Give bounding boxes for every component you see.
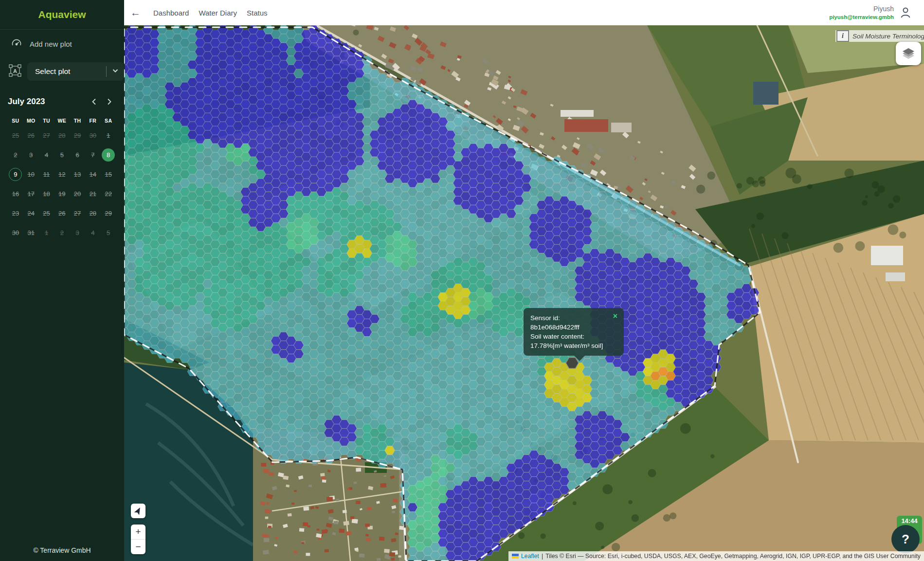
app-logo: Aquaview — [38, 9, 86, 20]
navigation-arrow-icon — [133, 506, 144, 516]
top-navigation-bar: ← Dashboard Water Diary Status Piyush pi… — [124, 0, 924, 25]
user-info: Piyush piyush@terraview.gmbh — [829, 4, 894, 20]
gauge-icon — [11, 37, 22, 51]
calendar-prev-button[interactable] — [87, 95, 102, 108]
calendar-day[interactable]: 17 — [23, 184, 39, 203]
locate-button[interactable] — [131, 504, 145, 518]
calendar-next-button[interactable] — [102, 95, 116, 108]
calendar-day[interactable]: 11 — [39, 164, 54, 184]
chevron-down-icon — [111, 67, 119, 76]
soil-moisture-hex-map[interactable] — [124, 25, 924, 561]
calendar-day[interactable]: 6 — [70, 145, 85, 164]
calendar-weekday: MO — [23, 118, 39, 124]
select-plot-label: Select plot — [35, 67, 106, 76]
soil-moisture-terminology-button[interactable]: i Soil Moisture Terminology — [835, 30, 924, 42]
attribution-separator: | — [542, 553, 543, 560]
tooltip-water-content-label: Soil water content: — [530, 332, 617, 341]
sidebar-footer: © Terraview GmbH — [0, 546, 124, 561]
tooltip-close-icon[interactable]: × — [613, 313, 617, 320]
calendar-day[interactable]: 7 — [85, 145, 101, 164]
calendar-day[interactable]: 31 — [23, 223, 39, 242]
zoom-in-button[interactable]: + — [131, 525, 145, 540]
add-new-plot-label: Add new plot — [30, 40, 72, 48]
map-attribution: Leaflet | Tiles © Esri — Source: Esri, i… — [508, 551, 924, 561]
calendar-day[interactable]: 20 — [70, 184, 85, 203]
tooltip-sensor-id-value: 8b1e068d9422fff — [530, 323, 617, 332]
calendar-day[interactable]: 16 — [8, 184, 23, 203]
calendar: July 2023 SUMOTUWETHFRSA 252627282930123… — [8, 95, 116, 242]
calendar-day[interactable]: 29 — [70, 126, 85, 145]
calendar-day[interactable]: 29 — [101, 203, 116, 223]
calendar-day[interactable]: 13 — [70, 164, 85, 184]
calendar-day[interactable]: 4 — [85, 223, 101, 242]
calendar-day[interactable]: 28 — [54, 126, 70, 145]
calendar-day[interactable]: 26 — [54, 203, 70, 223]
zoom-out-button[interactable]: − — [131, 540, 145, 554]
calendar-day[interactable]: 5 — [101, 223, 116, 242]
calendar-day[interactable]: 26 — [23, 126, 39, 145]
calendar-day[interactable]: 19 — [54, 184, 70, 203]
calendar-day[interactable]: 4 — [39, 145, 54, 164]
sidebar: Aquaview Add new plot A Select plot — [0, 0, 124, 561]
calendar-weekday-header: SUMOTUWETHFRSA — [8, 118, 116, 124]
calendar-day[interactable]: 25 — [8, 126, 23, 145]
calendar-day[interactable]: 12 — [54, 164, 70, 184]
layers-control[interactable] — [896, 42, 921, 65]
calendar-day[interactable]: 25 — [39, 203, 54, 223]
info-icon: i — [836, 30, 849, 42]
calendar-weekday: TH — [70, 118, 85, 124]
calendar-day[interactable]: 1 — [101, 126, 116, 145]
dropdown-divider — [106, 66, 107, 77]
calendar-day[interactable]: 21 — [85, 184, 101, 203]
help-button[interactable]: ? — [891, 525, 920, 553]
leaflet-link[interactable]: Leaflet — [521, 553, 539, 560]
tooltip-sensor-id-label: Sensor id: — [530, 313, 617, 323]
terminology-label: Soil Moisture Terminology — [852, 33, 924, 40]
layers-icon — [901, 46, 916, 61]
calendar-day-grid: 2526272829301234567891011121314151617181… — [8, 126, 116, 242]
nav-status[interactable]: Status — [247, 9, 268, 17]
calendar-day[interactable]: 3 — [70, 223, 85, 242]
sensor-tooltip: × Sensor id: 8b1e068d9422fff Soil water … — [524, 308, 624, 356]
calendar-day[interactable]: 30 — [8, 223, 23, 242]
add-new-plot-button[interactable]: Add new plot — [11, 37, 124, 51]
user-email: piyush@terraview.gmbh — [829, 14, 894, 21]
calendar-day[interactable]: 8 — [101, 145, 116, 164]
attribution-tiles-text: Tiles © Esri — Source: Esri, i-cubed, US… — [545, 553, 921, 560]
svg-text:A: A — [13, 68, 17, 74]
calendar-day[interactable]: 2 — [8, 145, 23, 164]
calendar-weekday: TU — [39, 118, 54, 124]
user-name: Piyush — [829, 4, 894, 13]
calendar-day[interactable]: 24 — [23, 203, 39, 223]
map-viewport[interactable]: i Soil Moisture Terminology × Sensor id:… — [124, 25, 924, 561]
calendar-day[interactable]: 23 — [8, 203, 23, 223]
calendar-day[interactable]: 5 — [54, 145, 70, 164]
tooltip-pointer — [574, 356, 585, 361]
calendar-day[interactable]: 2 — [54, 223, 70, 242]
user-profile-icon[interactable] — [899, 6, 912, 19]
main-area: ← Dashboard Water Diary Status Piyush pi… — [124, 0, 924, 561]
calendar-weekday: WE — [54, 118, 70, 124]
calendar-month-title: July 2023 — [8, 97, 87, 107]
calendar-day[interactable]: 1 — [39, 223, 54, 242]
calendar-day[interactable]: 30 — [85, 126, 101, 145]
calendar-day[interactable]: 15 — [101, 164, 116, 184]
nav-dashboard[interactable]: Dashboard — [153, 9, 189, 17]
calendar-day[interactable]: 27 — [70, 203, 85, 223]
calendar-weekday: SA — [101, 118, 116, 124]
zoom-control: + − — [131, 525, 145, 554]
calendar-day[interactable]: 9 — [8, 164, 23, 184]
calendar-day[interactable]: 22 — [101, 184, 116, 203]
calendar-day[interactable]: 27 — [39, 126, 54, 145]
nav-water-diary[interactable]: Water Diary — [199, 9, 237, 17]
calendar-day[interactable]: 10 — [23, 164, 39, 184]
calendar-day[interactable]: 18 — [39, 184, 54, 203]
calendar-day[interactable]: 14 — [85, 164, 101, 184]
calendar-day[interactable]: 3 — [23, 145, 39, 164]
calendar-weekday: FR — [85, 118, 101, 124]
calendar-weekday: SU — [8, 118, 23, 124]
back-arrow-icon[interactable]: ← — [130, 7, 141, 18]
select-plot-row: A Select plot — [9, 62, 124, 81]
select-plot-dropdown[interactable]: Select plot — [27, 62, 124, 81]
calendar-day[interactable]: 28 — [85, 203, 101, 223]
